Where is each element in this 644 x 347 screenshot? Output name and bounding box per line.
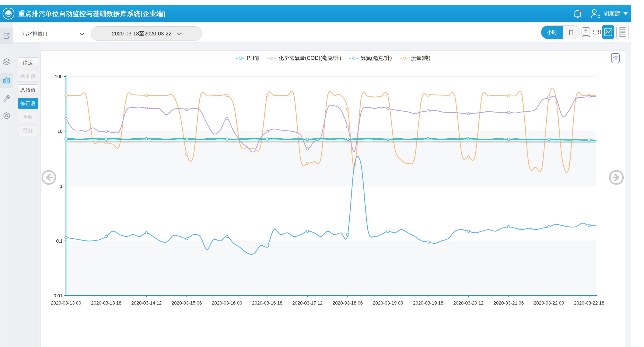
outlet-select-value: 污水排放口	[22, 30, 80, 37]
chart-legend: PH值 化学需氧量(COD)(毫克/升) 氨氮(毫克/升) 流量(吨)	[40, 55, 626, 62]
value-type-panel: 停运 标准值 原始值 修正后 验收 可疑	[13, 43, 40, 347]
legend-marker-icon	[349, 56, 358, 60]
open-in-new-icon	[3, 32, 10, 40]
user-menu[interactable]: 胡顺建	[590, 9, 628, 19]
wrench-icon	[2, 94, 10, 102]
svg-text:10: 10	[58, 129, 62, 134]
legend-item-flow[interactable]: 流量(吨)	[400, 55, 430, 62]
sidebar-item-settings[interactable]	[0, 108, 13, 124]
granularity-hour-button[interactable]: 小时	[541, 26, 563, 39]
svg-text:2020-03-18 06: 2020-03-18 06	[332, 300, 363, 306]
pan-left-button[interactable]	[41, 170, 56, 185]
outlet-select[interactable]: 污水排放口	[19, 27, 88, 40]
svg-text:2020-03-22 00: 2020-03-22 00	[534, 300, 564, 306]
app-header: 重点排污单位自动监控与基础数据库系统(企业端) 胡顺建	[0, 5, 631, 22]
svg-text:2020-03-13 18: 2020-03-13 18	[91, 300, 121, 306]
button-corrected-value[interactable]: 修正后	[18, 98, 38, 109]
button-suspicious[interactable]: 可疑	[18, 125, 38, 136]
app-logo-icon	[2, 8, 14, 20]
chevron-down-icon	[177, 30, 182, 35]
svg-text:2020-03-13 00: 2020-03-13 00	[51, 300, 81, 306]
button-standard-value[interactable]: 标准值	[18, 71, 38, 82]
button-acceptance[interactable]: 验收	[18, 112, 38, 122]
svg-text:100: 100	[55, 74, 62, 79]
toolbar: 污水排放口 2020-03-13至2020-03-22 小时 日 导出	[13, 22, 631, 43]
chart-image-icon	[604, 27, 612, 37]
table-view-button[interactable]	[616, 25, 629, 39]
chevron-down-icon	[80, 31, 85, 36]
svg-text:0.01: 0.01	[54, 293, 62, 298]
sidebar-item-monitoring-charts[interactable]	[0, 73, 13, 88]
legend-marker-icon	[400, 56, 409, 60]
granularity-segmented-control: 小时 日	[541, 26, 580, 39]
export-button[interactable]: 导出	[581, 27, 603, 38]
svg-text:2020-03-19 18: 2020-03-19 18	[413, 300, 443, 306]
bar-chart-icon	[2, 76, 10, 85]
chart-view-button[interactable]	[602, 25, 614, 39]
sidebar-item-open-in-new[interactable]	[0, 28, 13, 44]
legend-marker-icon	[268, 56, 276, 60]
user-name: 胡顺建	[603, 10, 620, 18]
svg-text:2020-03-21 06: 2020-03-21 06	[494, 300, 524, 306]
svg-text:2020-03-15 06: 2020-03-15 06	[172, 300, 202, 306]
chevron-down-icon	[624, 12, 628, 15]
show-values-toggle[interactable]: 值	[611, 53, 620, 63]
svg-text:2020-03-16 00: 2020-03-16 00	[212, 300, 242, 306]
svg-text:2020-03-22 18: 2020-03-22 18	[574, 300, 604, 306]
svg-text:0.1: 0.1	[56, 238, 62, 244]
export-label: 导出	[592, 29, 603, 36]
legend-item-nh3[interactable]: 氨氮(毫克/升)	[349, 55, 392, 62]
notification-badge	[579, 10, 582, 12]
button-original-value[interactable]: 原始值	[18, 85, 38, 95]
date-range-value: 2020-03-13至2020-03-22	[112, 30, 172, 37]
svg-text:2020-03-17 12: 2020-03-17 12	[292, 300, 323, 306]
page-title: 重点排污单位自动监控与基础数据库系统(企业端)	[18, 9, 166, 18]
user-icon	[590, 9, 601, 19]
line-chart[interactable]: 1001010.10.012020-03-13 002020-03-13 182…	[40, 51, 626, 347]
svg-text:2020-03-19 00: 2020-03-19 00	[373, 300, 403, 306]
sidebar-item-layers[interactable]	[0, 54, 13, 70]
date-range-select[interactable]: 2020-03-13至2020-03-22	[91, 26, 202, 41]
legend-item-cod[interactable]: 化学需氧量(COD)(毫克/升)	[268, 55, 341, 62]
list-icon	[619, 27, 626, 37]
settings-nut-icon	[2, 112, 10, 120]
svg-text:1: 1	[60, 184, 62, 189]
upload-icon	[581, 27, 590, 38]
chart-panel: 1001010.10.012020-03-13 002020-03-13 182…	[40, 51, 625, 347]
sidebar-item-tools[interactable]	[0, 90, 13, 106]
legend-marker-icon	[236, 56, 244, 60]
svg-text:2020-03-14 12: 2020-03-14 12	[131, 300, 162, 306]
pan-right-button[interactable]	[609, 170, 624, 185]
granularity-day-button[interactable]: 日	[563, 26, 580, 39]
svg-text:2020-03-16 18: 2020-03-16 18	[252, 300, 282, 306]
svg-text:2020-03-20 12: 2020-03-20 12	[453, 300, 484, 306]
notification-bell-icon[interactable]	[573, 9, 582, 19]
legend-item-ph[interactable]: PH值	[236, 55, 260, 62]
button-stop-run[interactable]: 停运	[18, 57, 38, 68]
layers-icon	[2, 58, 10, 66]
app-window: 重点排污单位自动监控与基础数据库系统(企业端) 胡顺建 污水排放口	[0, 5, 631, 347]
left-sidebar	[0, 22, 13, 347]
